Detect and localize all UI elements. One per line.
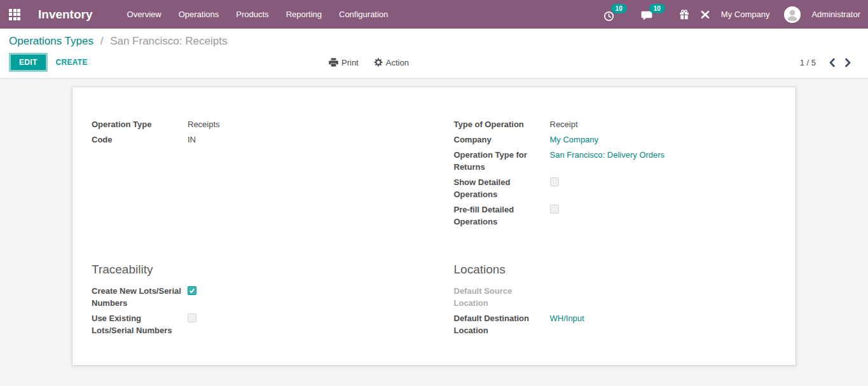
topbar-right-tools: 10 10	[603, 6, 860, 23]
tools-button[interactable]	[700, 10, 710, 20]
inventory-app-page: Inventory Overview Operations Products R…	[0, 0, 868, 366]
field-label: Create New Lots/Serial Numbers	[92, 285, 188, 309]
breadcrumb-separator: /	[100, 35, 104, 47]
field-value	[550, 176, 559, 200]
menu-item-reporting[interactable]: Reporting	[286, 10, 322, 19]
field-label: Default Destination Location	[454, 312, 550, 336]
form-field-row: Operation Type for ReturnsSan Francisco:…	[454, 149, 777, 173]
form-field-row: Operation TypeReceipts	[92, 118, 415, 130]
field-label: Code	[92, 134, 188, 146]
field-label: Type of Operation	[454, 118, 550, 130]
app-menu: Overview Operations Products Reporting C…	[127, 10, 389, 19]
field-value: Receipt	[550, 118, 578, 130]
gift-icon	[679, 10, 689, 20]
field-value	[550, 203, 559, 228]
form-sections-group: Traceability Create New Lots/Serial Numb…	[92, 263, 776, 340]
app-name[interactable]: Inventory	[38, 8, 93, 22]
top-navbar: Inventory Overview Operations Products R…	[0, 0, 868, 29]
menu-item-overview[interactable]: Overview	[127, 10, 162, 19]
form-field-row: CompanyMy Company	[454, 134, 777, 146]
form-field-row: Default Destination LocationWH/Input	[454, 312, 777, 336]
checkbox-unchecked[interactable]	[550, 205, 559, 214]
form-field-row: Create New Lots/Serial Numbers	[92, 285, 415, 309]
breadcrumb-parent-link[interactable]: Operations Types	[9, 35, 93, 47]
form-field-row: Type of OperationReceipt	[454, 118, 777, 130]
menu-item-operations[interactable]: Operations	[179, 10, 219, 19]
section-locations: Locations Default Source LocationDefault…	[454, 263, 777, 340]
person-icon	[784, 6, 801, 23]
gear-icon	[374, 58, 383, 67]
print-label: Print	[341, 58, 359, 67]
avatar[interactable]	[784, 6, 801, 23]
section-title-traceability: Traceability	[92, 263, 415, 277]
action-menus: Print	[329, 58, 409, 67]
printer-icon	[329, 58, 338, 67]
section-title-locations: Locations	[454, 263, 777, 277]
pager-next-button[interactable]	[843, 58, 853, 67]
form-view: Operation TypeReceiptsCodeIN Type of Ope…	[0, 79, 868, 366]
field-value: My Company	[550, 134, 599, 146]
field-value	[188, 312, 196, 336]
form-group-left: Operation TypeReceiptsCodeIN	[92, 118, 415, 231]
form-field-row: CodeIN	[92, 134, 415, 146]
create-button[interactable]: CREATE	[56, 58, 88, 67]
user-menu[interactable]: Administrator	[811, 10, 860, 19]
field-label: Operation Type for Returns	[454, 149, 550, 173]
field-link[interactable]: WH/Input	[550, 314, 584, 323]
form-top-group: Operation TypeReceiptsCodeIN Type of Ope…	[92, 118, 776, 231]
field-value: WH/Input	[550, 312, 584, 336]
checkbox-unchecked[interactable]	[550, 177, 559, 186]
breadcrumb-current: San Francisco: Receipts	[110, 35, 227, 47]
menu-item-configuration[interactable]: Configuration	[339, 10, 388, 19]
activity-count-badge: 10	[611, 4, 627, 13]
chevron-right-icon	[844, 58, 851, 67]
traceability-fields: Create New Lots/Serial NumbersUse Existi…	[92, 285, 415, 336]
menu-item-products[interactable]: Products	[236, 10, 268, 19]
field-label: Pre-fill Detailed Operations	[454, 203, 550, 228]
action-label: Action	[386, 58, 409, 67]
form-group-right: Type of OperationReceiptCompanyMy Compan…	[454, 118, 777, 231]
print-menu[interactable]: Print	[329, 58, 359, 67]
company-switcher[interactable]: My Company	[721, 10, 770, 19]
field-label: Company	[454, 134, 550, 146]
field-value: San Francisco: Delivery Orders	[550, 149, 665, 173]
pager-value: 1 / 5	[800, 58, 816, 67]
field-value	[188, 285, 196, 309]
breadcrumb: Operations Types / San Francisco: Receip…	[9, 35, 858, 48]
gift-button[interactable]	[679, 10, 689, 20]
form-sheet: Operation TypeReceiptsCodeIN Type of Ope…	[72, 86, 796, 366]
form-field-row: Default Source Location	[454, 285, 777, 309]
form-field-row: Use Existing Lots/Serial Numbers	[92, 312, 415, 336]
messages-button[interactable]: 10	[641, 8, 668, 21]
form-field-row: Pre-fill Detailed Operations	[454, 203, 777, 228]
locations-fields: Default Source LocationDefault Destinati…	[454, 285, 777, 336]
field-label: Show Detailed Operations	[454, 176, 550, 200]
checkbox-checked[interactable]	[188, 286, 196, 295]
edit-button[interactable]: EDIT	[9, 53, 48, 72]
field-label: Operation Type	[92, 118, 188, 130]
field-label: Use Existing Lots/Serial Numbers	[92, 312, 188, 336]
field-label: Default Source Location	[454, 285, 550, 309]
pager-previous-button[interactable]	[827, 58, 837, 67]
message-count-badge: 10	[649, 4, 665, 13]
apps-menu-icon[interactable]	[9, 9, 20, 20]
action-menu[interactable]: Action	[374, 58, 409, 67]
field-link[interactable]: My Company	[550, 135, 599, 144]
control-panel: Operations Types / San Francisco: Receip…	[0, 29, 868, 79]
form-field-row: Show Detailed Operations	[454, 176, 777, 200]
field-value: IN	[188, 134, 196, 146]
control-panel-buttons: EDIT CREATE Print	[9, 53, 858, 71]
field-link[interactable]: San Francisco: Delivery Orders	[550, 150, 665, 160]
activities-button[interactable]: 10	[603, 8, 630, 22]
section-traceability: Traceability Create New Lots/Serial Numb…	[92, 263, 415, 340]
chevron-left-icon	[829, 58, 836, 67]
crossed-tools-icon	[700, 10, 710, 20]
field-value: Receipts	[188, 118, 220, 130]
checkbox-unchecked[interactable]	[188, 314, 196, 322]
pager: 1 / 5	[800, 58, 858, 67]
